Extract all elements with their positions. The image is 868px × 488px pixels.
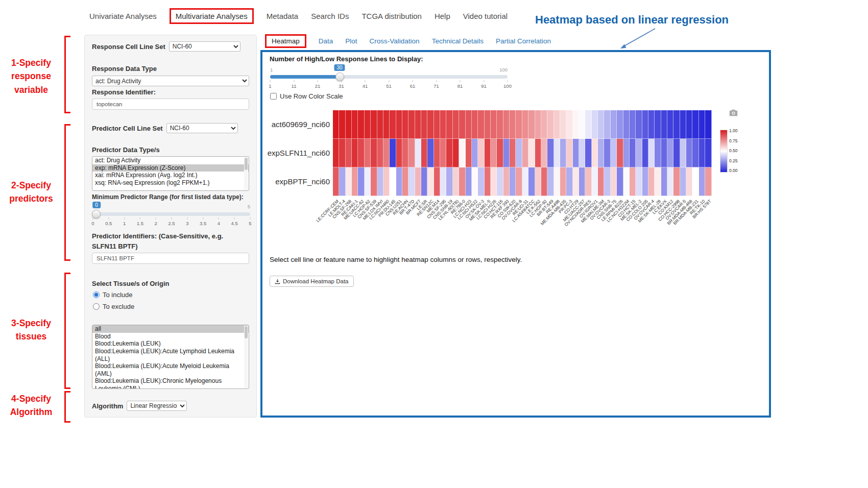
tissue-option[interactable]: all [92,325,249,333]
heatmap-cell[interactable] [604,110,610,139]
lines-slider[interactable]: 1 100 30 1112131415161718191100 [270,65,508,91]
min-predictor-range-slider[interactable]: 0 5 00.511.522.533.544.55 [93,203,250,228]
heatmap-cell[interactable] [497,167,503,196]
heatmap-cell[interactable] [667,167,673,196]
heatmap-row-label[interactable]: expSLFN11_nci60 [262,139,330,167]
heatmap-cell[interactable] [472,139,478,167]
heatmap-cell[interactable] [604,167,610,196]
heatmap-cell[interactable] [402,110,408,139]
heatmap-cell[interactable] [390,139,396,167]
heatmap-cell[interactable] [485,139,491,167]
heatmap-cell[interactable] [648,110,655,139]
heatmap-cell[interactable] [371,139,377,167]
heatmap-cell[interactable] [478,167,484,196]
heatmap-cell[interactable] [440,139,446,167]
heatmap-cell[interactable] [585,110,591,139]
heatmap-cell[interactable] [554,139,560,167]
heatmap-cell[interactable] [352,139,358,167]
heatmap-cell[interactable] [510,139,516,167]
heatmap-cell[interactable] [459,139,465,167]
heatmap-cell[interactable] [528,110,535,139]
listbox-scrollbar[interactable] [244,157,248,190]
heatmap-cell[interactable] [396,139,402,167]
heatmap-cell[interactable] [592,110,598,139]
heatmap-cell[interactable] [358,110,364,139]
heatmap-cell[interactable] [692,167,698,196]
heatmap-cell[interactable] [434,167,440,196]
heatmap-cell[interactable] [673,139,680,167]
heatmap-cell[interactable] [579,139,585,167]
heatmap-cell[interactable] [503,167,510,196]
tab-technical-details[interactable]: Technical Details [432,37,484,45]
nav-item-multivariate-analyses[interactable]: Multivariate Analyses [170,8,254,24]
tissue-option[interactable]: Blood:Leukemia (LEUK):Acute Myeloid Leuk… [92,362,249,377]
heatmap-cell[interactable] [648,139,655,167]
heatmap-cell[interactable] [491,167,497,196]
tab-plot[interactable]: Plot [345,37,357,45]
tissue-option[interactable]: Blood:Leukemia (LEUK):Chronic Myelogenou… [92,377,249,389]
heatmap-cell[interactable] [642,167,648,196]
heatmap-cell[interactable] [383,167,390,196]
heatmap-cell[interactable] [592,139,598,167]
predictor-data-types-listbox[interactable]: act: Drug Activityexp: mRNA Expression (… [92,156,249,191]
heatmap-cell[interactable] [535,139,541,167]
heatmap-cell[interactable] [371,167,377,196]
slider-track[interactable] [93,212,250,216]
predictor-data-type-option[interactable]: xsq: RNA-seq Expression (log2 FPKM+1.) [92,179,249,187]
heatmap-cell[interactable] [472,167,478,196]
heatmap-cell[interactable] [466,110,472,139]
row-color-scale-checkbox[interactable] [270,93,277,100]
heatmap-cell[interactable] [453,110,459,139]
heatmap-cell[interactable] [453,139,459,167]
heatmap-cell[interactable] [661,167,667,196]
heatmap-cell[interactable] [642,139,648,167]
heatmap-cell[interactable] [566,110,572,139]
heatmap-cell[interactable] [446,167,452,196]
heatmap-cell[interactable] [617,110,623,139]
heatmap-cell[interactable] [365,110,371,139]
heatmap-cell[interactable] [686,139,692,167]
heatmap-cell[interactable] [346,110,352,139]
heatmap-cell[interactable] [642,110,648,139]
heatmap-cell[interactable] [528,139,535,167]
heatmap-cell[interactable] [535,167,541,196]
heatmap-cell[interactable] [358,139,364,167]
heatmap-cell[interactable] [630,110,636,139]
heatmap-cell[interactable] [630,139,636,167]
heatmap-cell[interactable] [547,167,553,196]
heatmap-cell[interactable] [415,139,421,167]
heatmap-cell[interactable] [636,167,642,196]
heatmap-cell[interactable] [459,110,465,139]
heatmap-cell[interactable] [339,139,345,167]
heatmap-cell[interactable] [497,139,503,167]
heatmap-cell[interactable] [528,167,535,196]
response-cell-line-set-select[interactable]: NCI-60 [169,41,240,52]
heatmap-cell[interactable] [402,167,408,196]
heatmap-cell[interactable] [346,167,352,196]
heatmap-cell[interactable] [478,110,484,139]
heatmap-cell[interactable] [611,139,617,167]
heatmap-cell[interactable] [661,110,667,139]
algorithm-select[interactable]: Linear Regression [127,401,187,411]
heatmap-cell[interactable] [686,167,692,196]
heatmap-cell[interactable] [598,167,604,196]
heatmap-cell[interactable] [415,167,421,196]
heatmap-cell[interactable] [377,167,383,196]
tissue-include-radio[interactable] [93,291,100,298]
heatmap-cell[interactable] [503,110,510,139]
heatmap-cell[interactable] [427,139,433,167]
heatmap-cell[interactable] [611,167,617,196]
tissue-exclude-radio[interactable] [93,303,100,310]
predictor-data-type-option[interactable]: act: Drug Activity [92,157,249,164]
heatmap-cell[interactable] [566,167,572,196]
heatmap-cell[interactable] [699,167,705,196]
heatmap-cell[interactable] [522,139,528,167]
nav-item-univariate-analyses[interactable]: Univariate Analyses [89,12,157,20]
heatmap-cell[interactable] [655,110,661,139]
heatmap-cell[interactable] [705,110,711,139]
heatmap-cell[interactable] [421,167,427,196]
heatmap-cell[interactable] [680,110,686,139]
heatmap-cell[interactable] [541,110,547,139]
camera-icon[interactable] [729,109,738,118]
heatmap-cell[interactable] [585,139,591,167]
